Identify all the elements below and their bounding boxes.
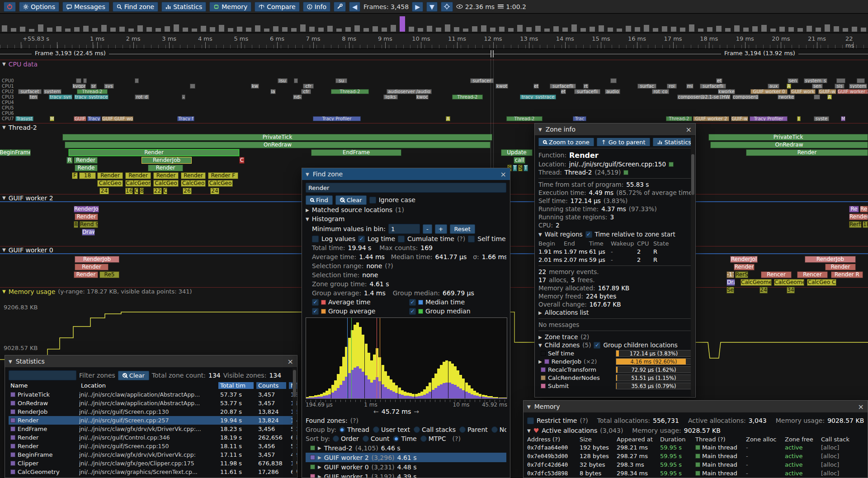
group-children-checkbox[interactable] [594,342,600,349]
pan-left-icon[interactable]: ← [373,408,379,415]
allocation-row[interactable]: 0x7dfaa64e00 192 bytes 298.21 ms 59.95 s… [527,443,864,452]
timeline-zone[interactable]: BeginFrame [0,149,31,156]
close-icon[interactable]: × [500,170,506,179]
timeline-zone[interactable]: 22 [153,188,162,194]
collapse-icon[interactable]: ▼ [538,232,542,237]
timeline-zone[interactable]: S [518,165,523,171]
collapse-icon[interactable]: ▼ [538,127,542,132]
legend-checkbox[interactable] [409,308,416,315]
timeline-zone[interactable]: Render [75,213,98,220]
timeline-zone[interactable]: Render [153,172,179,179]
wait-region-row[interactable]: 2.01 ms2.07 ms59 μs-2R [538,256,692,264]
column-name[interactable]: Name [9,382,76,389]
timeline-zone[interactable]: CalcGeo [97,180,123,187]
timeline-zone[interactable]: Update [501,149,533,156]
statistics-row[interactable]: OnRedraw jni/../jni/src/claw/application… [9,399,293,407]
legend-checkbox[interactable] [312,308,319,315]
statistics-button[interactable]: Statistics [653,138,692,146]
timeline-zone[interactable]: Rend [860,206,868,213]
timeline-zone[interactable]: Re5 [99,271,119,278]
collapse-icon[interactable]: ▼ [9,359,12,364]
found-zone-group[interactable]: ▶ GUIF worker 0 (3,231) 4.48 s [306,462,506,472]
timeline-zone[interactable]: Render R [831,271,863,278]
statistics-row[interactable]: Clipper jni/../jni/src/claw/gfx/geo/Clip… [9,459,293,468]
group-by-option[interactable]: No grouping [491,426,506,433]
scrollbar[interactable] [292,368,297,477]
found-zone-group[interactable]: ▶ GUIF worker 1 (3,192) 4.39 s [306,472,506,478]
close-icon[interactable]: × [858,402,864,411]
collapse-icon[interactable]: ▼ [538,343,542,348]
timeline-zone[interactable]: Rend 9 [80,221,98,228]
timeline-zone[interactable]: OnRedraw [710,142,868,148]
ignore-case-checkbox[interactable] [369,197,376,204]
timeline-zone[interactable]: T [513,165,517,171]
column-location[interactable]: Location [79,382,216,389]
timeline-zone[interactable]: Render [181,172,206,179]
statistics-row[interactable]: Render jni/../jni/src/guif/Screen.cpp:25… [9,416,293,425]
timeline-zone[interactable]: Set [726,287,734,293]
statistics-row[interactable]: Render jni/../jni/src/guif/Screen.cpp:15… [9,442,293,450]
timeline-zone[interactable]: 8 [140,188,144,194]
timeline-zone[interactable]: CalcGeo [181,180,206,187]
statistics-row[interactable]: Render jni/../jni/src/guif/Control.cpp:3… [9,433,293,442]
timeline-zone[interactable]: 24 [210,188,219,194]
timeline-zone[interactable]: Render [825,264,856,270]
allocation-row[interactable]: 0x7dfc53d898 8 bytes 298.34 ms 59.95 s M… [527,469,864,478]
child-zone-row[interactable]: RecalcTransform 72.92 μs (1.62%) [538,365,692,374]
timeline-zone[interactable]: Render [69,149,239,156]
expand-icon[interactable]: ▶ [538,335,542,340]
close-icon[interactable]: × [288,357,293,366]
timeline-zone[interactable]: RerS [735,271,748,278]
timeline-zone[interactable]: Render F [208,172,238,179]
statistics-window[interactable]: ▼ Statistics × Filter zones Clear Total … [5,355,297,478]
collapse-icon[interactable]: ▼ [2,247,6,252]
memory-titlebar[interactable]: ▼ Memory × [524,401,868,412]
thread-header[interactable]: ▼Thread-2 [0,123,868,131]
find-zone-titlebar[interactable]: ▼ Find zone × [302,168,510,180]
timeline-zone[interactable]: EndFrame [311,149,401,156]
group-by-option[interactable]: Call stacks [414,426,456,433]
timeline-zone[interactable]: Render [74,271,98,278]
timeline-zone[interactable]: Re [849,206,859,213]
legend-item[interactable]: Median time [409,298,506,307]
timeline-zone[interactable]: Rencer [797,271,828,278]
cpu-data-header[interactable]: ▼CPU data [0,60,868,68]
timeline-zone[interactable]: Render Ren [849,213,868,220]
active-allocations-header[interactable]: ▼ ♥ Active allocations(3,043) Memory usa… [527,426,864,435]
timeline-zone[interactable]: 24 [760,287,768,293]
timeline-zone[interactable]: 8 [74,221,78,228]
filter-zones-input[interactable] [9,370,76,380]
wait-region-row[interactable]: 1.91 ms1.97 ms61 μs-2R [538,247,692,256]
column-thread[interactable]: Thread (?) [695,436,744,443]
expand-icon[interactable]: ▶ [318,455,321,460]
timeline-zone[interactable]: RenderJob [142,157,192,164]
go-to-parent-button[interactable]: ↑Go to parent [597,138,650,146]
cumulate-time-checkbox[interactable] [398,236,405,242]
log-values-checkbox[interactable] [312,236,319,242]
legend-item[interactable]: Group median [409,307,506,316]
child-zone-row[interactable]: ▶ RenderJob (×2) 4.16 ms (92.60%) [538,357,692,365]
timeline-zone[interactable]: RenderJob [75,256,119,263]
collapse-icon[interactable]: ▼ [2,125,6,130]
timeline-zone[interactable]: OnRedraw [65,142,491,148]
statistics-row[interactable]: EndFrame jni/../jni/src/claw/gfx/drv/vk/… [9,425,293,433]
timeline-zone[interactable]: Dra [726,279,735,286]
min-bin-input[interactable] [388,224,420,234]
decrement-button[interactable]: - [423,224,432,234]
timeline-zone[interactable]: C [163,188,167,194]
column-call-stack[interactable]: Call stack [821,436,862,443]
timeline-zone[interactable]: PrivateTick [708,134,868,141]
timeline-zone[interactable]: Render [97,172,123,179]
statistics-row[interactable]: BeginFrame jni/../jni/src/claw/gfx/drv/v… [9,450,293,459]
collapse-icon[interactable]: ▼ [527,404,531,409]
column-size[interactable]: Size [580,436,615,443]
expand-icon[interactable]: ▶ [538,310,542,315]
pan-right-icon[interactable]: → [414,408,419,415]
timeline-zone[interactable]: Rerff [849,221,862,228]
allocation-row[interactable]: 0x7e049b3d00 128 bytes 298.27 ms 59.95 s… [527,452,864,460]
timeline-zone[interactable]: C [134,188,138,194]
clear-button[interactable]: Clear [335,195,367,205]
zone-trace-row[interactable]: ▶Zone trace(2) [538,333,692,341]
collapse-icon[interactable]: ▼ [306,172,309,177]
reset-button[interactable]: Reset [450,224,475,234]
